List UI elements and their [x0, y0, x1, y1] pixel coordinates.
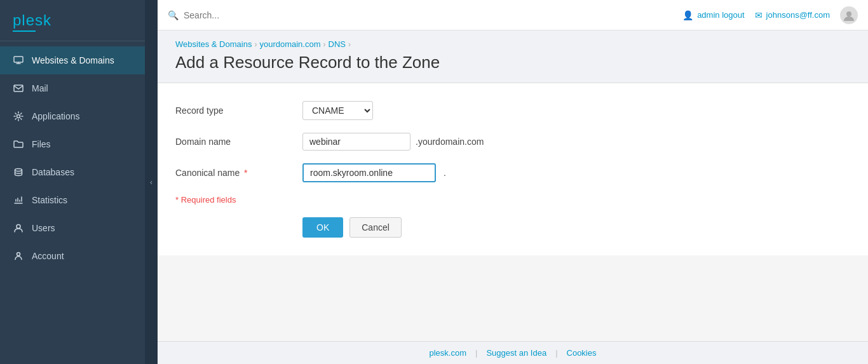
sidebar-item-label: Files [32, 139, 51, 149]
page-title: Add a Resource Record to the Zone [175, 53, 850, 72]
search-icon: 🔍 [168, 10, 179, 20]
logo: plesk [0, 0, 145, 41]
record-type-select[interactable]: CNAME A AAAA MX NS TXT SRV [302, 101, 373, 120]
sidebar-item-users[interactable]: Users [0, 214, 145, 242]
footer: plesk.com | Suggest an Idea | Cookies [158, 341, 868, 364]
sidebar-item-label: Websites & Domains [32, 55, 114, 65]
sidebar-item-label: Account [32, 251, 64, 261]
avatar [840, 6, 858, 24]
canonical-name-control: . [302, 163, 446, 182]
svg-point-2 [17, 115, 20, 118]
record-type-label: Record type [175, 105, 302, 116]
content-area: Websites & Domains › yourdomain.com › DN… [158, 30, 868, 341]
sidebar-item-label: Users [32, 223, 55, 233]
breadcrumb-websites-domains[interactable]: Websites & Domains [175, 39, 252, 49]
sidebar-item-label: Mail [32, 83, 48, 93]
sidebar-item-databases[interactable]: Databases [0, 158, 145, 186]
topbar-user1: 👤 admin logout [682, 10, 744, 20]
required-note: * Required fields [175, 195, 850, 205]
sidebar-item-label: Statistics [32, 195, 67, 205]
gear-icon [13, 111, 24, 122]
topbar: 🔍 👤 admin logout ✉ johnsons@ff.com [158, 0, 868, 30]
required-star: * [244, 168, 247, 178]
user2-link[interactable]: johnsons@ff.com [766, 10, 830, 20]
sidebar-item-account[interactable]: Account [0, 242, 145, 270]
search-area: 🔍 [168, 10, 672, 20]
breadcrumb-yourdomain[interactable]: yourdomain.com [259, 39, 320, 49]
svg-point-3 [15, 169, 22, 172]
svg-point-7 [846, 11, 851, 17]
cancel-button[interactable]: Cancel [349, 217, 402, 238]
sidebar-item-websites-domains[interactable]: Websites & Domains [0, 46, 145, 74]
canonical-name-row: Canonical name * . [175, 163, 850, 182]
form-area: Record type CNAME A AAAA MX NS TXT SRV [158, 83, 868, 255]
canonical-name-input[interactable] [302, 163, 436, 182]
database-icon [13, 166, 24, 178]
person-icon [13, 250, 24, 262]
user-icon-small: 👤 [682, 10, 693, 20]
breadcrumb-dns[interactable]: DNS [329, 39, 346, 49]
breadcrumb-sep-1: › [254, 40, 257, 49]
chevron-left-icon: ‹ [150, 178, 153, 187]
footer-suggest-link[interactable]: Suggest an Idea [486, 348, 546, 358]
breadcrumb-sep-3: › [348, 40, 351, 49]
sidebar-item-statistics[interactable]: Statistics [0, 186, 145, 214]
domain-name-control: .yourdomain.com [302, 133, 484, 151]
domain-name-row: Domain name .yourdomain.com [175, 133, 850, 151]
footer-cookies-link[interactable]: Cookies [567, 348, 597, 358]
breadcrumb-sep-2: › [323, 40, 326, 49]
domain-suffix: .yourdomain.com [416, 137, 484, 147]
logo-text: plesk [13, 11, 132, 32]
sidebar-item-mail[interactable]: Mail [0, 74, 145, 102]
chart-icon [13, 194, 24, 206]
sidebar-item-label: Databases [32, 167, 74, 177]
user1-link[interactable]: admin logout [697, 10, 744, 20]
mail-icon [13, 83, 24, 94]
record-type-control: CNAME A AAAA MX NS TXT SRV [302, 101, 373, 120]
footer-sep-2: | [555, 348, 557, 358]
sidebar-nav: Websites & Domains Mail Applications [0, 41, 145, 364]
sidebar-item-files[interactable]: Files [0, 130, 145, 158]
domain-name-input[interactable] [302, 133, 410, 151]
topbar-user2: ✉ johnsons@ff.com [755, 10, 830, 20]
canonical-dot-suffix: . [444, 168, 446, 178]
right-column: 🔍 👤 admin logout ✉ johnsons@ff.com [158, 0, 868, 364]
ok-button[interactable]: OK [302, 217, 343, 238]
search-input[interactable] [184, 10, 349, 20]
topbar-right: 👤 admin logout ✉ johnsons@ff.com [682, 6, 858, 24]
breadcrumb: Websites & Domains › yourdomain.com › DN… [175, 39, 850, 49]
svg-point-4 [17, 225, 20, 229]
sidebar-collapse-button[interactable]: ‹ [145, 0, 158, 364]
footer-sep-1: | [475, 348, 477, 358]
sidebar-item-label: Applications [32, 111, 80, 121]
domain-name-label: Domain name [175, 137, 302, 147]
form-actions: OK Cancel [175, 217, 850, 238]
monitor-icon [13, 55, 24, 66]
page-header: Websites & Domains › yourdomain.com › DN… [158, 30, 868, 83]
svg-rect-0 [14, 57, 23, 62]
svg-rect-1 [14, 85, 23, 91]
user-icon [13, 222, 24, 234]
svg-point-5 [17, 253, 20, 256]
folder-icon [13, 138, 24, 150]
email-icon: ✉ [755, 10, 763, 20]
sidebar: plesk Websites & Domains Mail [0, 0, 145, 364]
footer-plesk-link[interactable]: plesk.com [430, 348, 467, 358]
sidebar-item-applications[interactable]: Applications [0, 102, 145, 130]
record-type-row: Record type CNAME A AAAA MX NS TXT SRV [175, 101, 850, 120]
canonical-name-label: Canonical name * [175, 168, 302, 178]
